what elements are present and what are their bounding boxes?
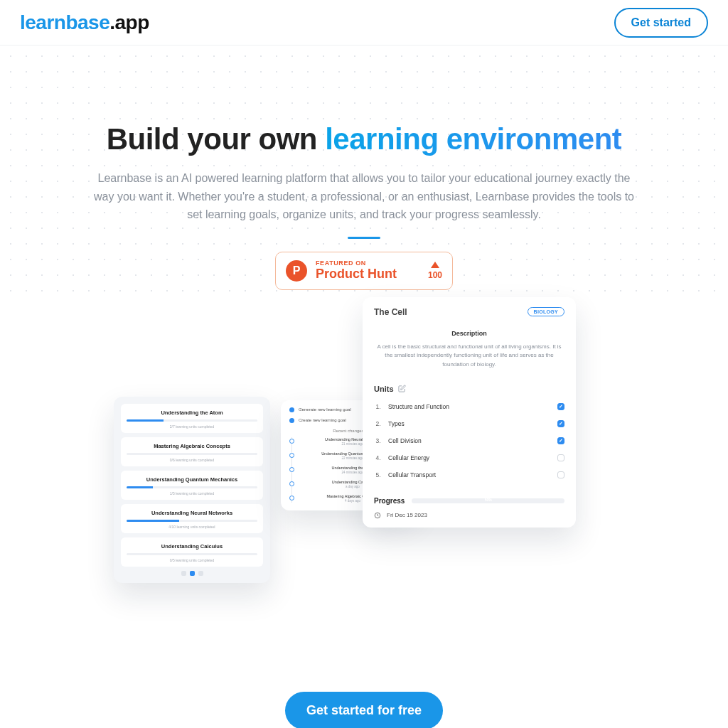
unit-row: 4.Cellular Energy: [374, 454, 564, 461]
date-row: Fri Dec 15 2023: [374, 512, 564, 519]
bullet-icon: [289, 407, 294, 412]
progress-percent-text: 50%: [412, 498, 564, 502]
goal-progress-bar: [127, 520, 257, 522]
bullet-icon: [289, 418, 294, 423]
screenshot-stage: Understanding the Atom 2/7 learning unit…: [0, 297, 728, 603]
goal-subtext: 1/5 learning units completed: [127, 491, 257, 496]
description-text: A cell is the basic structural and funct…: [374, 343, 564, 369]
pager-current[interactable]: [190, 571, 195, 576]
unit-checkbox[interactable]: [557, 437, 564, 444]
description-label: Description: [374, 330, 564, 337]
pager-prev[interactable]: [181, 571, 186, 576]
action-label: Generate new learning goal: [299, 407, 351, 412]
goal-progress-fill: [127, 419, 164, 422]
detail-title: The Cell: [374, 307, 407, 317]
hero-divider: [348, 237, 380, 239]
goal-progress-bar: [127, 486, 257, 488]
logo-brand: learnbase: [20, 11, 109, 34]
hero-title-plain: Build your own: [107, 122, 325, 156]
goal-subtext: 2/7 learning units completed: [127, 424, 257, 429]
pager: [121, 571, 263, 576]
hero-title-accent: learning environment: [325, 122, 621, 156]
get-started-button[interactable]: Get started: [614, 8, 708, 38]
clock-icon: [374, 512, 381, 519]
unit-checkbox[interactable]: [557, 420, 564, 427]
subject-tag: BIOLOGY: [528, 307, 564, 316]
unit-row: 1.Structure and Function: [374, 403, 564, 410]
goal-item: Understanding the Atom 2/7 learning unit…: [121, 404, 263, 433]
hero-title: Build your own learning environment: [0, 122, 728, 156]
progress-label: Progress: [374, 497, 405, 505]
site-header: learnbase.app Get started: [0, 0, 728, 46]
hero-subtitle: Learnbase is an AI powered learning plat…: [87, 169, 641, 224]
goal-title: Understanding Neural Networks: [127, 510, 257, 516]
unit-checkbox[interactable]: [557, 471, 564, 478]
goal-subtext: 4/10 learning units completed: [127, 525, 257, 529]
product-hunt-upvote: 100: [428, 262, 442, 280]
units-label: Units: [374, 385, 394, 393]
logo[interactable]: learnbase.app: [20, 11, 149, 34]
progress-row: Progress 50%: [374, 497, 564, 505]
unit-name: 3.Cell Division: [374, 437, 422, 444]
logo-ext: app: [115, 11, 149, 34]
pager-next[interactable]: [198, 571, 203, 576]
unit-name: 1.Structure and Function: [374, 403, 449, 410]
goal-title: Understanding Calculus: [127, 543, 257, 550]
product-hunt-upvote-count: 100: [428, 270, 442, 280]
unit-name: 2.Types: [374, 420, 405, 427]
unit-name: 5.Cellular Transport: [374, 471, 436, 478]
progress-bar: 50%: [412, 498, 564, 503]
goal-item: Mastering Algebraic Concepts 0/6 learnin…: [121, 437, 263, 466]
goal-progress-bar: [127, 453, 257, 455]
unit-row: 3.Cell Division: [374, 437, 564, 444]
goal-progress-bar: [127, 419, 257, 422]
screenshot-goals-list: Understanding the Atom 2/7 learning unit…: [114, 397, 270, 583]
get-started-free-button[interactable]: Get started for free: [285, 692, 443, 728]
screenshot-goal-detail: The Cell BIOLOGY Description A cell is t…: [363, 297, 576, 528]
logo-dot: .: [109, 11, 114, 34]
detail-header-row: The Cell BIOLOGY: [374, 307, 564, 317]
edit-icon[interactable]: [398, 385, 406, 392]
cta-section: Get started for free: [0, 692, 728, 728]
unit-checkbox[interactable]: [557, 403, 564, 410]
product-hunt-name: Product Hunt: [316, 267, 397, 282]
goal-item: Understanding Neural Networks 4/10 learn…: [121, 504, 263, 533]
date-text: Fri Dec 15 2023: [387, 512, 427, 518]
unit-row: 5.Cellular Transport: [374, 471, 564, 478]
goal-progress-fill: [127, 486, 153, 488]
unit-name: 4.Cellular Energy: [374, 454, 429, 461]
hero-section: Build your own learning environment Lear…: [0, 46, 728, 603]
goal-title: Mastering Algebraic Concepts: [127, 443, 257, 449]
action-label: Create new learning goal: [299, 418, 346, 422]
triangle-up-icon: [431, 262, 439, 268]
goal-title: Understanding the Atom: [127, 410, 257, 416]
unit-row: 2.Types: [374, 420, 564, 427]
goal-subtext: 0/5 learning units completed: [127, 558, 257, 562]
units-label-row: Units: [374, 385, 564, 393]
goal-progress-fill: [127, 520, 179, 522]
goal-progress-bar: [127, 553, 257, 555]
product-hunt-badge[interactable]: P FEATURED ON Product Hunt 100: [275, 252, 453, 290]
product-hunt-text: FEATURED ON Product Hunt: [316, 260, 419, 282]
goal-item: Understanding Calculus 0/5 learning unit…: [121, 537, 263, 567]
unit-checkbox[interactable]: [557, 454, 564, 461]
goal-item: Understanding Quantum Mechanics 1/5 lear…: [121, 471, 263, 500]
goal-subtext: 0/6 learning units completed: [127, 458, 257, 462]
goal-title: Understanding Quantum Mechanics: [127, 476, 257, 483]
product-hunt-logo-icon: P: [286, 260, 307, 282]
